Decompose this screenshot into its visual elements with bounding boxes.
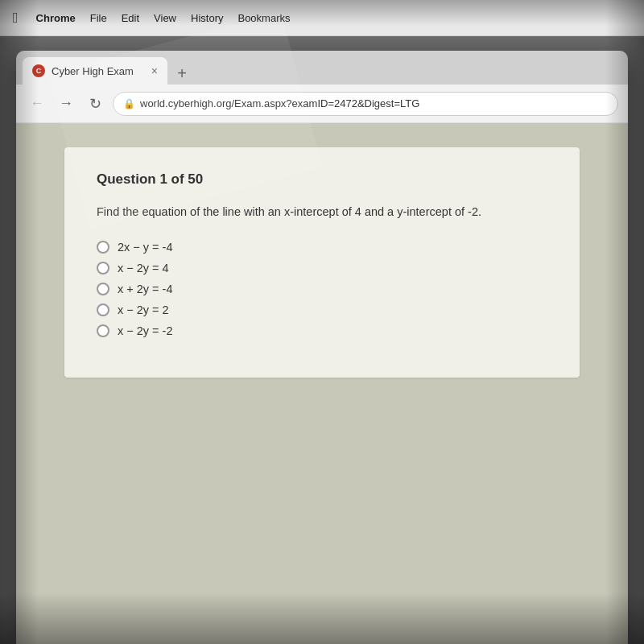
tab-favicon: C bbox=[32, 64, 45, 77]
tab-close-button[interactable]: × bbox=[151, 64, 158, 77]
question-text: Find the equation of the line with an x-… bbox=[97, 204, 547, 221]
option-label-3: x + 2y = -4 bbox=[118, 283, 173, 295]
option-item-4[interactable]: x − 2y = 2 bbox=[97, 303, 547, 316]
option-label-4: x − 2y = 2 bbox=[118, 303, 169, 316]
option-label-1: 2x − y = -4 bbox=[118, 241, 173, 254]
menu-bar:  Chrome File Edit View History Bookmark… bbox=[0, 0, 644, 36]
menu-bookmarks[interactable]: Bookmarks bbox=[237, 12, 290, 24]
options-list: 2x − y = -4x − 2y = 4x + 2y = -4x − 2y =… bbox=[97, 241, 547, 337]
menu-file[interactable]: File bbox=[90, 12, 107, 24]
menu-edit[interactable]: Edit bbox=[122, 12, 139, 24]
option-label-5: x − 2y = -2 bbox=[118, 324, 173, 337]
tab-title: Cyber High Exam bbox=[52, 65, 134, 77]
browser-tab[interactable]: C Cyber High Exam × bbox=[23, 57, 167, 85]
tab-bar: C Cyber High Exam × + bbox=[16, 51, 628, 85]
radio-1[interactable] bbox=[97, 241, 109, 254]
radio-2[interactable] bbox=[97, 262, 109, 275]
option-item-5[interactable]: x − 2y = -2 bbox=[97, 324, 547, 337]
question-card: Question 1 of 50 Find the equation of th… bbox=[64, 147, 580, 378]
reload-button[interactable]: ↻ bbox=[84, 93, 106, 115]
radio-3[interactable] bbox=[97, 283, 109, 295]
option-label-2: x − 2y = 4 bbox=[118, 262, 169, 275]
apple-icon:  bbox=[13, 10, 19, 27]
lock-icon: 🔒 bbox=[123, 98, 135, 109]
radio-4[interactable] bbox=[97, 303, 109, 316]
radio-5[interactable] bbox=[97, 324, 109, 337]
back-button[interactable]: ← bbox=[26, 93, 48, 115]
new-tab-button[interactable]: + bbox=[171, 62, 193, 85]
address-field[interactable]: 🔒 world.cyberhigh.org/Exam.aspx?examID=2… bbox=[113, 92, 618, 116]
option-item-2[interactable]: x − 2y = 4 bbox=[97, 262, 547, 275]
option-item-3[interactable]: x + 2y = -4 bbox=[97, 283, 547, 295]
url-text: world.cyberhigh.org/Exam.aspx?examID=247… bbox=[140, 97, 419, 109]
menu-view[interactable]: View bbox=[154, 12, 176, 24]
menu-chrome[interactable]: Chrome bbox=[36, 12, 76, 24]
browser-window: C Cyber High Exam × + ← → ↻ 🔒 world.cybe… bbox=[16, 51, 628, 644]
menu-history[interactable]: History bbox=[191, 12, 223, 24]
forward-button[interactable]: → bbox=[55, 93, 77, 115]
question-title: Question 1 of 50 bbox=[97, 171, 547, 188]
address-bar: ← → ↻ 🔒 world.cyberhigh.org/Exam.aspx?ex… bbox=[16, 85, 628, 123]
option-item-1[interactable]: 2x − y = -4 bbox=[97, 241, 547, 254]
page-content: Question 1 of 50 Find the equation of th… bbox=[16, 123, 628, 644]
